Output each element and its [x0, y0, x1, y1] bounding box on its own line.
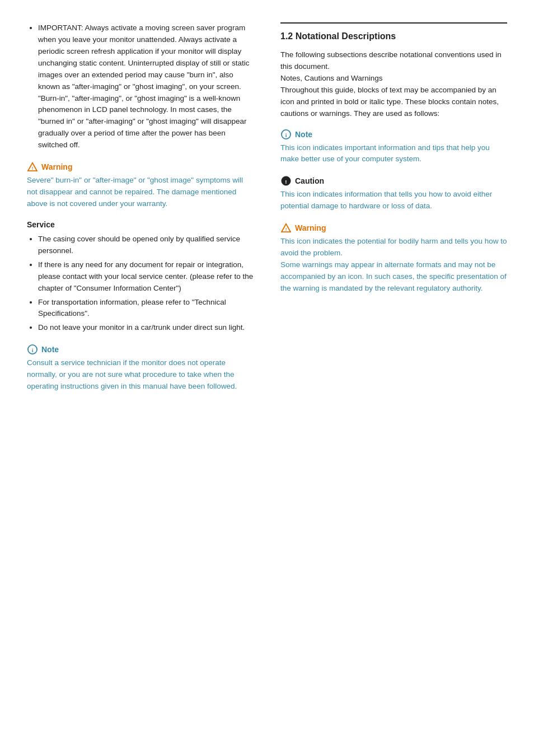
right-warning-box: ! Warning This icon indicates the potent… — [280, 222, 507, 295]
service-title: Service — [27, 220, 254, 229]
note-icon-1: i — [27, 344, 38, 355]
service-bullet-3: For transportation information, please r… — [38, 297, 254, 320]
right-caution-box: ! Caution This icon indicates informatio… — [280, 175, 507, 212]
warning-label-1: Warning — [41, 162, 72, 171]
right-note-icon: i — [280, 129, 292, 140]
note-label-1: Note — [41, 345, 59, 354]
note-text-1: Consult a service technician if the moni… — [27, 357, 254, 393]
caution-text: This icon indicates information that tel… — [280, 189, 507, 212]
caution-label: Caution — [295, 176, 324, 185]
service-bullet-list: The casing cover should be opened only b… — [27, 234, 254, 334]
right-warning-icon: ! — [280, 222, 292, 234]
right-note-label: Note — [295, 130, 312, 139]
service-bullet-4: Do not leave your monitor in a car/trunk… — [38, 322, 254, 334]
left-column: IMPORTANT: Always activate a moving scre… — [27, 22, 263, 734]
intro-bullet-list: IMPORTANT: Always activate a moving scre… — [27, 22, 254, 151]
right-note-text: This icon indicates important informatio… — [280, 142, 507, 166]
right-column: 1.2 Notational Descriptions The followin… — [280, 22, 507, 734]
service-bullet-2: If there is any need for any document fo… — [38, 259, 254, 295]
svg-text:!: ! — [32, 166, 34, 171]
note-box-1: i Note Consult a service technician if t… — [27, 344, 254, 393]
warning-icon-1: ! — [27, 161, 38, 172]
warning-box-1: ! Warning Severe" burn-in" or "after-ima… — [27, 161, 254, 210]
intro-text: The following subsections describe notat… — [280, 49, 507, 120]
right-warning-label: Warning — [295, 223, 326, 232]
svg-text:!: ! — [285, 227, 287, 232]
svg-text:i: i — [32, 347, 34, 353]
svg-text:!: ! — [285, 179, 287, 185]
right-note-box: i Note This icon indicates important inf… — [280, 129, 507, 166]
service-bullet-1: The casing cover should be opened only b… — [38, 234, 254, 257]
svg-text:i: i — [285, 132, 287, 138]
caution-icon: ! — [280, 175, 292, 186]
section-title: 1.2 Notational Descriptions — [280, 31, 507, 41]
right-warning-text: This icon indicates the potential for bo… — [280, 236, 507, 295]
warning-text-1: Severe" burn-in" or "after-image" or "gh… — [27, 175, 254, 210]
intro-bullet-item: IMPORTANT: Always activate a moving scre… — [38, 22, 254, 151]
